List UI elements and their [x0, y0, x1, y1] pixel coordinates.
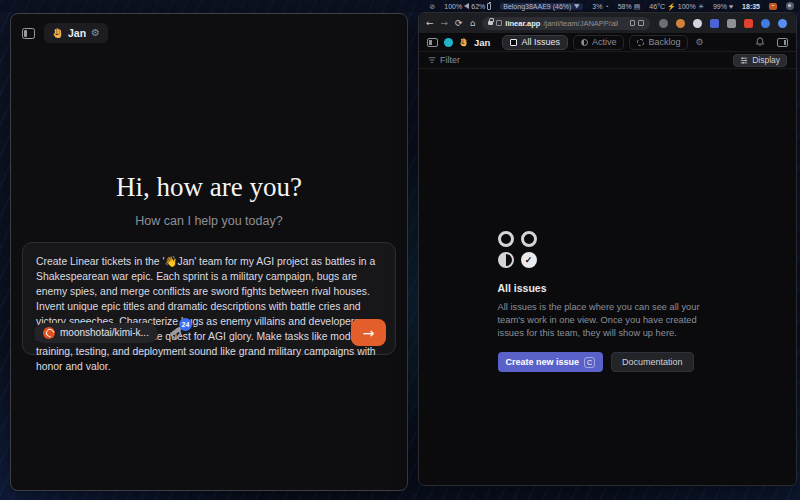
send-button[interactable]: → [351, 319, 386, 346]
greeting-subtitle: How can I help you today? [11, 214, 407, 228]
empty-state-description: All issues is the place where you can se… [498, 301, 718, 340]
tab-backlog[interactable]: Backlog [629, 35, 688, 50]
send-arrow-icon: → [363, 326, 375, 340]
create-new-issue-button[interactable]: Create new issue C [498, 352, 604, 372]
tab-active[interactable]: Active [573, 35, 625, 50]
health-indicator: 99%♥ [713, 3, 733, 10]
browser-window: ← → ⟳ ⌂ linear.app /janii/team/JANAPP/al… [418, 12, 797, 486]
tab-all-issues[interactable]: All Issues [502, 35, 568, 50]
model-selector[interactable]: moonshotai/kimi-k... [34, 323, 158, 343]
extension-icon[interactable] [778, 19, 787, 28]
assistant-selector[interactable]: Jan ⚙ [44, 23, 108, 43]
cpu-indicator: 3%◔ [592, 3, 608, 10]
extension-icon[interactable] [676, 19, 685, 28]
team-emoji-icon [459, 38, 468, 47]
linear-header: Jan All Issues Active Backlog ⚙ [419, 33, 796, 52]
volume-indicator: 100%62% [444, 3, 491, 10]
greeting-title: Hi, how are you? [11, 172, 407, 203]
view-tabs: All Issues Active Backlog ⚙ [502, 35, 703, 50]
wave-hand-icon [52, 28, 63, 39]
site-info-icon[interactable] [496, 20, 502, 26]
desktop: ⊘ 100%62% Belong38AAE9 (46%) 3%◔ 58%▤ 46… [0, 0, 800, 500]
half-circle-icon [498, 252, 514, 268]
url-path: /janii/team/JANAPP/all [543, 19, 618, 28]
documentation-button[interactable]: Documentation [611, 352, 694, 372]
filter-button[interactable]: Filter [428, 55, 460, 65]
model-name: moonshotai/kimi-k... [60, 327, 149, 338]
back-button[interactable]: ← [426, 19, 434, 28]
tray-indicator[interactable] [786, 2, 794, 10]
workspace-avatar[interactable] [444, 38, 453, 47]
system-status-bar: ⊘ 100%62% Belong38AAE9 (46%) 3%◔ 58%▤ 46… [0, 0, 800, 12]
memory-indicator: 58%▤ [618, 3, 641, 10]
tools-count-badge: 24 [179, 318, 192, 331]
wifi-icon [573, 4, 580, 9]
tools-button[interactable]: 24 [170, 325, 186, 341]
tray-icon [786, 2, 794, 10]
mail-tray-indicator[interactable] [769, 3, 777, 10]
wifi-indicator: Belong38AAE9 (46%) [500, 3, 583, 10]
empty-state-title: All issues [498, 282, 718, 294]
dnd-icon: ⊘ [429, 3, 435, 10]
chat-header: Jan ⚙ [11, 14, 407, 52]
linear-header-right [755, 37, 788, 47]
sidebar-toggle-icon[interactable] [22, 28, 35, 39]
greeting: Hi, how are you? How can I help you toda… [11, 172, 407, 228]
linear-app: Jan All Issues Active Backlog ⚙ Filter [419, 33, 796, 485]
brightness-icon: ☀ [698, 3, 704, 10]
dnd-indicator: ⊘ [429, 3, 435, 10]
check-circle-icon: ✓ [521, 252, 537, 268]
empty-state-illustration: ✓ [498, 231, 718, 268]
url-host: linear.app [505, 19, 540, 28]
home-button[interactable]: ⌂ [470, 19, 476, 28]
notifications-bell-icon[interactable] [755, 37, 765, 47]
memory-icon: ▤ [634, 3, 641, 10]
all-issues-empty-state: ✓ All issues All issues is the place whe… [498, 231, 718, 372]
refresh-button[interactable]: ⟳ [455, 19, 463, 28]
extension-icon[interactable] [727, 19, 736, 28]
extension-icon[interactable] [659, 19, 668, 28]
jan-chat-window: Jan ⚙ Hi, how are you? How can I help yo… [10, 13, 408, 491]
extensions-area: ⋯ × [659, 19, 797, 28]
cpu-icon: ◔ [604, 3, 608, 10]
ring-icon [521, 231, 537, 247]
ring-icon [498, 231, 514, 247]
bolt-icon: ⚡ [667, 3, 676, 10]
empty-state-actions: Create new issue C Documentation [498, 352, 718, 372]
extension-icon[interactable] [744, 19, 753, 28]
forward-button[interactable]: → [441, 19, 449, 28]
clock: 18:35 [742, 3, 760, 10]
extension-icon[interactable] [761, 19, 770, 28]
mail-icon [769, 3, 777, 10]
browser-toolbar: ← → ⟳ ⌂ linear.app /janii/team/JANAPP/al… [419, 13, 796, 33]
team-name: Jan [474, 37, 490, 48]
assistant-name: Jan [68, 27, 86, 39]
address-bar[interactable]: linear.app /janii/team/JANAPP/all [482, 17, 650, 30]
reader-mode-icon[interactable] [638, 20, 644, 26]
heart-icon: ♥ [729, 3, 733, 10]
chat-composer: Create Linear tickets in the '👋Jan' team… [22, 242, 396, 355]
speaker-icon [464, 3, 469, 9]
battery-icon [487, 3, 491, 10]
right-panel-toggle-icon[interactable] [777, 38, 788, 47]
assistant-settings-icon[interactable]: ⚙ [91, 28, 100, 38]
active-icon [581, 39, 588, 46]
composer-controls: moonshotai/kimi-k... 24 → [34, 319, 386, 346]
extension-icon[interactable] [710, 19, 719, 28]
display-button[interactable]: Display [733, 54, 787, 67]
temperature-indicator: 46°C⚡100%☀ [649, 3, 704, 10]
moonshot-logo-icon [43, 327, 55, 339]
linear-sidebar-toggle-icon[interactable] [427, 38, 438, 47]
overflow-menu-icon[interactable]: ⋯ [795, 19, 797, 28]
cloud-extension-icon[interactable] [693, 19, 702, 28]
backlog-icon [637, 39, 644, 46]
display-options-icon [740, 57, 748, 64]
chat-input[interactable]: Create Linear tickets in the '👋Jan' team… [23, 243, 395, 374]
bookmark-icon[interactable] [630, 20, 635, 26]
filter-icon [428, 57, 436, 64]
linear-filter-bar: Filter Display [419, 52, 796, 69]
shortcut-badge: C [584, 357, 595, 368]
all-issues-icon [510, 39, 517, 46]
lock-icon [488, 21, 493, 25]
views-settings-icon[interactable]: ⚙ [695, 38, 703, 47]
